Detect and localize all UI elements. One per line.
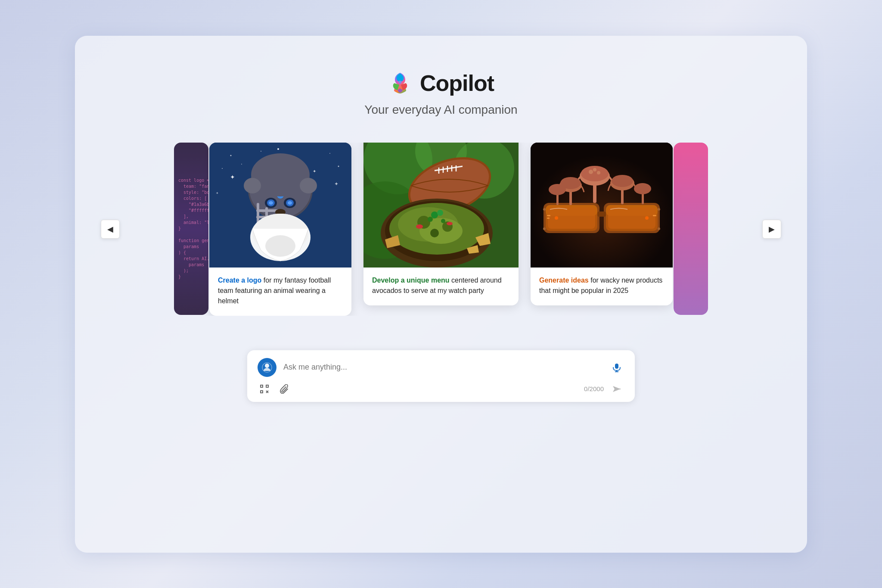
svg-point-85 (593, 168, 596, 171)
chat-section: 0/2000 (247, 350, 635, 402)
svg-rect-107 (261, 391, 263, 393)
partial-card-right (674, 143, 708, 315)
chat-input-row (258, 358, 624, 377)
card-2-content: Develop a unique menu centered around av… (363, 268, 519, 305)
card-1: ✦ ✦ ✦ ✦ (209, 143, 351, 316)
svg-text:✦: ✦ (334, 181, 339, 187)
svg-rect-106 (266, 385, 268, 387)
svg-point-2 (261, 151, 261, 152)
logo-row: Copilot (388, 70, 494, 96)
mic-button[interactable] (609, 360, 624, 375)
attach-icon (280, 384, 289, 394)
svg-rect-79 (653, 215, 656, 216)
scan-button[interactable] (258, 383, 270, 395)
card-1-image: ✦ ✦ ✦ ✦ (209, 143, 351, 268)
svg-point-98 (543, 227, 546, 230)
svg-point-4 (329, 153, 330, 154)
svg-point-93 (549, 184, 566, 195)
app-subtitle: Your everyday AI companion (364, 103, 517, 117)
svg-point-58 (441, 219, 445, 223)
svg-rect-68 (597, 212, 606, 217)
card-3-action: Generate ideas (539, 277, 589, 284)
svg-point-95 (634, 183, 651, 194)
svg-point-6 (222, 168, 223, 169)
scan-icon (260, 384, 269, 394)
svg-point-27 (288, 201, 292, 205)
card-3-image (531, 143, 673, 268)
card-2: Develop a unique menu centered around av… (363, 143, 519, 305)
carousel-prev-button[interactable]: ◀ (101, 220, 120, 239)
svg-rect-105 (261, 385, 263, 387)
svg-point-5 (277, 148, 279, 150)
svg-point-63 (437, 210, 443, 216)
svg-text:✦: ✦ (230, 174, 235, 180)
svg-point-29 (244, 178, 261, 193)
svg-point-1 (230, 155, 232, 156)
svg-point-96 (543, 208, 546, 211)
partial-card-left: const logo = { team: "fantasy", style: "… (174, 143, 208, 315)
svg-point-99 (658, 227, 660, 230)
card-3: Generate ideas for wacky new products th… (531, 143, 673, 305)
app-container: Copilot Your everyday AI companion ◀ con… (75, 36, 807, 553)
svg-point-55 (416, 224, 423, 229)
svg-point-33 (265, 235, 295, 257)
svg-point-83 (589, 170, 593, 174)
svg-text:✦: ✦ (313, 169, 316, 174)
svg-point-91 (612, 175, 633, 187)
avatar-icon (262, 362, 272, 373)
carousel-next-button[interactable]: ▶ (762, 220, 781, 239)
card-1-action: Create a logo (218, 277, 261, 284)
svg-point-26 (269, 201, 273, 205)
svg-rect-102 (615, 364, 618, 369)
carousel-section: ◀ const logo = { team: "fantasy", style:… (101, 143, 781, 316)
attach-button[interactable] (278, 383, 290, 395)
svg-point-84 (597, 171, 600, 174)
svg-point-75 (555, 216, 558, 220)
svg-point-16 (251, 153, 310, 196)
send-icon (612, 384, 621, 394)
card-2-action: Develop a unique menu (372, 277, 450, 284)
mic-icon (612, 363, 621, 372)
copilot-logo-icon (388, 71, 412, 95)
svg-rect-77 (547, 215, 550, 216)
svg-point-8 (241, 164, 242, 165)
chat-tools (258, 383, 290, 395)
card-2-image (363, 143, 519, 268)
svg-point-57 (428, 217, 433, 222)
chat-bottom-row: 0/2000 (258, 382, 624, 396)
cards-wrapper: const logo = { team: "fantasy", style: "… (120, 143, 762, 316)
chat-avatar (258, 358, 276, 377)
svg-point-62 (431, 212, 438, 218)
card-3-content: Generate ideas for wacky new products th… (531, 268, 673, 305)
svg-point-30 (300, 178, 317, 193)
svg-point-54 (430, 229, 439, 237)
svg-point-7 (338, 165, 339, 167)
svg-point-56 (447, 222, 453, 225)
partial-code-text: const logo = { team: "fantasy", style: "… (174, 167, 208, 290)
svg-point-100 (265, 364, 269, 368)
svg-point-76 (645, 216, 649, 220)
header: Copilot Your everyday AI companion (364, 70, 517, 117)
app-title: Copilot (420, 70, 494, 96)
chat-input[interactable] (283, 363, 602, 372)
char-count: 0/2000 (584, 385, 604, 392)
card-1-content: Create a logo for my fantasy football te… (209, 268, 351, 316)
svg-text:✦: ✦ (216, 191, 219, 195)
send-button[interactable] (610, 382, 624, 396)
svg-rect-78 (547, 218, 550, 219)
svg-point-97 (658, 208, 660, 211)
